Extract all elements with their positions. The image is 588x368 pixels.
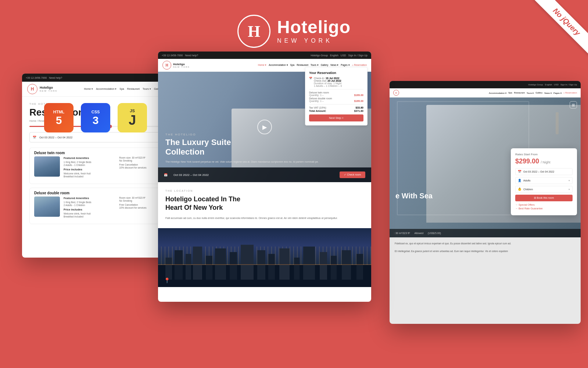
mid-section-title: Hoteligo Located In TheHeart Of New York (165, 195, 364, 212)
svg-rect-2 (175, 250, 183, 280)
mid-check-btn[interactable]: ✓ Check room (340, 171, 365, 178)
left-logo-circle: H (27, 84, 37, 94)
right-instagram-icon[interactable]: ⊞ (570, 101, 577, 109)
css-icon: CSS 3 (81, 103, 110, 132)
logo-circle: H (237, 15, 270, 48)
svg-rect-17 (356, 254, 363, 280)
svg-rect-8 (241, 245, 254, 280)
mid-hero-desc: The Hoteligo New York iuvaret perpetua n… (165, 160, 364, 164)
svg-rect-12 (294, 258, 300, 280)
right-description: Fidelisset ex, quo et epicuri imicus exp… (390, 237, 581, 258)
mid-hero-content: THE HOTELIGO The Luxury SuiteCollection … (165, 133, 364, 164)
html-icon: HTML 5 (44, 103, 74, 132)
svg-rect-9 (257, 250, 265, 280)
right-adults-select: Adults (523, 179, 567, 182)
brand-name: Hoteligo (277, 18, 351, 36)
right-room-info: : 30 m²/323 ft² Allowed (US$15.00) (390, 229, 581, 237)
right-hero: ⊞ e With Sea : 30 m²/323 ft² Allowed (US… (390, 98, 581, 237)
right-hero-title: e With Sea (395, 191, 433, 201)
calendar-icon-right: 📅 (518, 170, 521, 173)
mid-section-label: THE LOCATION (165, 190, 364, 192)
mid-nav-logo: H Hoteligo NEW YORK (162, 61, 190, 70)
mid-hero-subtitle: THE HOTELIGO (165, 133, 364, 136)
right-price: $299.00 (515, 158, 539, 165)
left-nav-logo: H Hoteligo NEW YORK (27, 84, 58, 94)
city-skyline (158, 243, 371, 287)
person-icon-right: 👤 (518, 179, 521, 182)
mid-date: Oct 03 2022 – Oct 04 2022 (173, 173, 209, 177)
right-booking-box: Rates Start From $299.00 / Night 📅 Oct 0… (511, 148, 577, 215)
room-img-1 (34, 156, 60, 177)
svg-rect-10 (268, 254, 275, 280)
next-step-btn[interactable]: Next Step > (309, 114, 363, 121)
right-adults-row[interactable]: 👤 Adults ▾ (515, 177, 573, 184)
child-icon-right: 👶 (518, 188, 521, 191)
right-special-offers-link[interactable]: Special Offers (515, 204, 573, 206)
right-navbar: H Accommodation ▾ Spa Restaurant Tours ▾… (390, 88, 581, 98)
left-date-range: Oct 03 2022 – Oct 04 2022 (39, 136, 155, 139)
mid-screenshot: +39 12-3456-7890 Need help? Hoteligo Gro… (158, 52, 371, 302)
right-nav-links: Accommodation ▾ Spa Restaurant Tours ▾ G… (489, 92, 577, 94)
ribbon-text: No jQuery (534, 0, 588, 55)
right-best-rate-link[interactable]: Best Rate Guarantee (515, 207, 573, 210)
right-booking-date: Oct 03 2022 – Oct 04 2022 (523, 170, 570, 173)
svg-rect-13 (303, 247, 315, 280)
top-logo: H Hoteligo NEW YORK (237, 15, 351, 48)
svg-rect-7 (230, 252, 237, 280)
right-children-select: Children (523, 188, 567, 191)
right-children-row[interactable]: 👶 Children ▾ (515, 186, 573, 193)
svg-rect-15 (331, 256, 337, 280)
right-topbar: Hoteligo Group English USD Sign In / Sig… (390, 81, 581, 88)
svg-rect-1 (165, 258, 172, 280)
calendar-icon-mid: 📅 (164, 173, 168, 177)
svg-rect-14 (320, 252, 327, 280)
mid-play-btn[interactable]: ▶ (257, 120, 272, 134)
right-date-row[interactable]: 📅 Oct 03 2022 – Oct 04 2022 (515, 168, 573, 175)
svg-rect-5 (206, 256, 212, 280)
mid-hero-bar: 📅 Oct 03 2022 – Oct 04 2022 ✓ Check room (158, 167, 371, 182)
svg-rect-3 (186, 254, 191, 280)
right-rates-title: Rates Start From (515, 153, 573, 156)
calendar-icon: 📅 (33, 136, 36, 139)
svg-rect-4 (193, 247, 202, 280)
logo-text: Hoteligo NEW YORK (277, 18, 351, 44)
ribbon: No jQuery (514, 0, 588, 74)
svg-rect-16 (342, 250, 351, 280)
right-screenshot: Hoteligo Group English USD Sign In / Sig… (390, 81, 581, 324)
mid-topbar: +39 12-3456-7890 Need help? Hoteligo Gro… (158, 52, 371, 59)
mid-section-desc: Falli accumsan ad cum, cu duo nulla erre… (165, 216, 364, 220)
js-icon: JS J (118, 103, 147, 132)
mid-logo-circle: H (162, 61, 171, 70)
right-book-btn[interactable]: ⊞ Book this room (515, 195, 573, 201)
brand-subtitle: NEW YORK (277, 38, 351, 44)
mid-city-img: 📍 (158, 228, 371, 287)
right-logo-circle: H (393, 90, 399, 96)
logo-h-letter: H (248, 22, 260, 41)
mid-nav-links: Home ▾ Accommodation ▾ Spa Restaurant To… (258, 64, 367, 67)
tech-icons: HTML 5 CSS 3 JS J (44, 103, 147, 132)
map-pin: 📍 (164, 277, 170, 283)
right-per-night: / Night (541, 160, 551, 164)
mid-hero-title: The Luxury SuiteCollection (165, 138, 364, 157)
your-reservation-box: Your Reservation 📅 Check-In: 19 Jul 2022… (305, 67, 368, 125)
mid-location-section: THE LOCATION Hoteligo Located In TheHear… (158, 182, 371, 228)
room-img-2 (34, 197, 60, 217)
